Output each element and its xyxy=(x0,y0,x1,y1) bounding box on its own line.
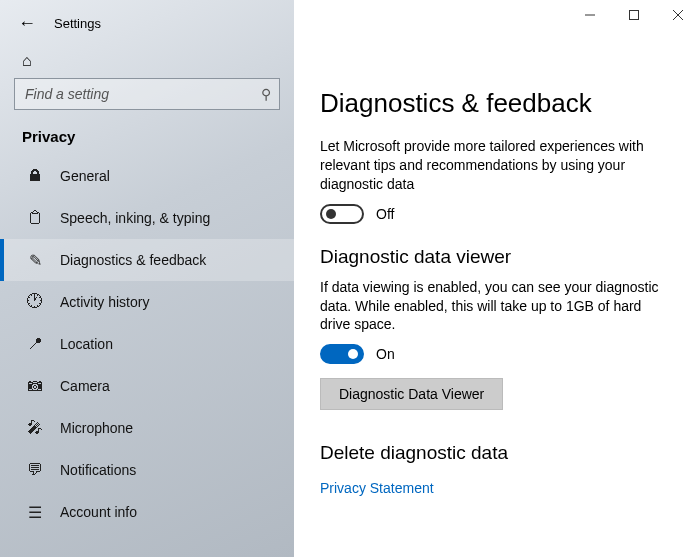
category-title: Privacy xyxy=(0,124,294,155)
sidebar-item-activity[interactable]: 🕐︎ Activity history xyxy=(0,281,294,323)
close-button[interactable] xyxy=(656,0,700,30)
home-icon[interactable]: ⌂ xyxy=(22,52,32,69)
diagnostic-data-viewer-button[interactable]: Diagnostic Data Viewer xyxy=(320,378,503,410)
titlebar-controls xyxy=(568,0,700,30)
sidebar-item-camera[interactable]: 📷︎ Camera xyxy=(0,365,294,407)
search-input[interactable] xyxy=(25,86,261,102)
back-button[interactable]: ← xyxy=(18,14,36,32)
viewer-desc: If data viewing is enabled, you can see … xyxy=(320,278,674,335)
tailored-toggle-label: Off xyxy=(376,206,394,222)
viewer-heading: Diagnostic data viewer xyxy=(320,246,674,268)
search-icon: ⚲ xyxy=(261,86,271,102)
sidebar-item-label: Account info xyxy=(60,504,137,520)
privacy-statement-link[interactable]: Privacy Statement xyxy=(320,480,434,496)
sidebar-item-location[interactable]: 📍︎ Location xyxy=(0,323,294,365)
sidebar-item-account[interactable]: ☰ Account info xyxy=(0,491,294,533)
page-title: Diagnostics & feedback xyxy=(320,88,674,119)
sidebar-item-label: Activity history xyxy=(60,294,149,310)
tailored-desc: Let Microsoft provide more tailored expe… xyxy=(320,137,674,194)
tailored-toggle[interactable] xyxy=(320,204,364,224)
sidebar-item-label: Microphone xyxy=(60,420,133,436)
sidebar-item-speech[interactable]: 📋︎ Speech, inking, & typing xyxy=(0,197,294,239)
sidebar-item-label: Camera xyxy=(60,378,110,394)
account-icon: ☰ xyxy=(26,503,44,522)
sidebar-item-notifications[interactable]: 💬︎ Notifications xyxy=(0,449,294,491)
delete-heading: Delete diagnostic data xyxy=(320,442,674,464)
camera-icon: 📷︎ xyxy=(26,377,44,395)
settings-window: ← Settings ⌂ ⚲ Privacy 🔒︎ General 📋︎ Spe… xyxy=(0,0,700,557)
sidebar-item-label: Location xyxy=(60,336,113,352)
viewer-toggle[interactable] xyxy=(320,344,364,364)
location-icon: 📍︎ xyxy=(26,335,44,353)
feedback-icon: ✎ xyxy=(26,251,44,270)
sidebar-item-label: Notifications xyxy=(60,462,136,478)
nav-list: 🔒︎ General 📋︎ Speech, inking, & typing ✎… xyxy=(0,155,294,533)
sidebar-item-label: General xyxy=(60,168,110,184)
sidebar-item-diagnostics[interactable]: ✎ Diagnostics & feedback xyxy=(0,239,294,281)
sidebar-item-label: Speech, inking, & typing xyxy=(60,210,210,226)
app-title: Settings xyxy=(54,16,101,31)
search-input-wrap[interactable]: ⚲ xyxy=(14,78,280,110)
viewer-toggle-label: On xyxy=(376,346,395,362)
svg-rect-1 xyxy=(630,11,639,20)
notification-icon: 💬︎ xyxy=(26,461,44,479)
microphone-icon: 🎤︎ xyxy=(26,419,44,437)
clipboard-icon: 📋︎ xyxy=(26,209,44,227)
main-content: Diagnostics & feedback Let Microsoft pro… xyxy=(294,0,700,557)
history-icon: 🕐︎ xyxy=(26,293,44,311)
maximize-button[interactable] xyxy=(612,0,656,30)
sidebar-item-label: Diagnostics & feedback xyxy=(60,252,206,268)
lock-icon: 🔒︎ xyxy=(26,167,44,185)
sidebar-item-general[interactable]: 🔒︎ General xyxy=(0,155,294,197)
sidebar: ← Settings ⌂ ⚲ Privacy 🔒︎ General 📋︎ Spe… xyxy=(0,0,294,557)
minimize-button[interactable] xyxy=(568,0,612,30)
sidebar-item-microphone[interactable]: 🎤︎ Microphone xyxy=(0,407,294,449)
